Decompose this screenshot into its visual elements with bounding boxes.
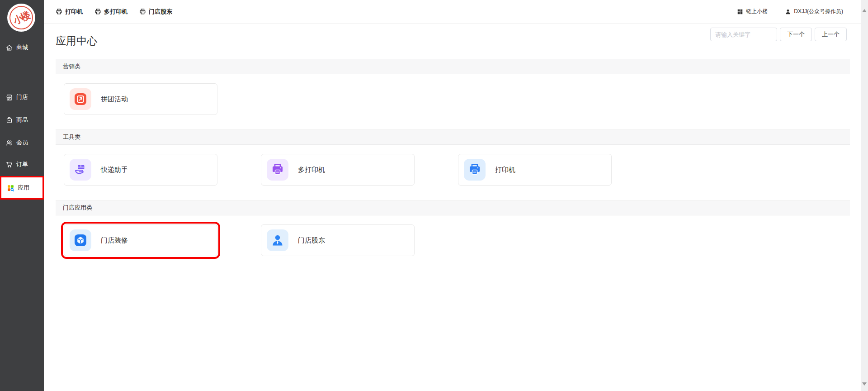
- app-card-store-shareholder[interactable]: 门店股东: [261, 224, 415, 256]
- tab-label: 打印机: [65, 8, 83, 16]
- topbar-account[interactable]: DXJJ(公众号操作员): [785, 8, 843, 15]
- cube-app-icon: [74, 234, 87, 247]
- sidebar-item-label: 订单: [16, 160, 28, 168]
- app-cards-row: 门店装修 门店股东: [56, 215, 850, 271]
- topbar-workspace[interactable]: 链上小楼: [737, 8, 768, 15]
- section-title: 营销类: [63, 62, 80, 71]
- home-icon: [5, 44, 13, 52]
- chip-label: DXJJ(公众号操作员): [794, 8, 843, 15]
- section-header: 工具类: [56, 129, 850, 145]
- section-title: 门店应用类: [63, 204, 92, 212]
- sidebar-item-mall[interactable]: 商城: [0, 38, 44, 57]
- app-card-label: 门店装修: [101, 236, 128, 245]
- app-cards-row: 快递助手 多打印机 打印机: [56, 145, 850, 200]
- app-card-label: 门店股东: [298, 236, 325, 245]
- printer-icon: [94, 8, 101, 15]
- printer-app-icon: [468, 163, 481, 176]
- topbar-tabs: 打印机 多打印机 门店股东: [44, 8, 172, 16]
- group-buy-launch-icon: [74, 92, 87, 106]
- members-icon: [5, 139, 13, 147]
- prev-button[interactable]: 上一个: [815, 28, 847, 41]
- printer-icon: [139, 8, 146, 15]
- app-section-store-apps: 门店应用类 门店装修 门店股东: [56, 200, 850, 271]
- sidebar-item-members[interactable]: 会员: [0, 134, 44, 152]
- tab-label: 多打印机: [104, 8, 127, 16]
- next-button[interactable]: 下一个: [780, 28, 812, 41]
- app-cards-row: 拼团活动: [56, 74, 850, 129]
- sidebar-item-label: 商品: [16, 116, 28, 124]
- scroll-up-arrow-icon[interactable]: [862, 9, 867, 12]
- tab-label: 门店股东: [149, 8, 172, 16]
- sidebar-item-label: 会员: [16, 138, 28, 147]
- main-content: 下一个 上一个 应用中心 营销类 拼团活动 工具类 快递助手 多打印机 打印机: [44, 24, 861, 391]
- apps-grid-icon: [7, 184, 14, 192]
- app-section-tools: 工具类 快递助手 多打印机 打印机: [56, 129, 850, 200]
- sidebar-item-goods[interactable]: 商品: [0, 111, 44, 129]
- user-icon: [785, 9, 791, 15]
- vertical-scrollbar[interactable]: [861, 0, 868, 391]
- topbar-account-area: 链上小楼 DXJJ(公众号操作员): [737, 8, 861, 15]
- app-sections: 营销类 拼团活动 工具类 快递助手 多打印机 打印机 门店应用类: [56, 59, 850, 271]
- app-section-marketing: 营销类 拼团活动: [56, 59, 850, 129]
- search-input[interactable]: [710, 28, 777, 41]
- shareholder-icon: [271, 234, 284, 247]
- app-card-label: 多打印机: [298, 166, 325, 174]
- app-logo[interactable]: 小楼: [7, 4, 35, 32]
- sidebar-item-apps[interactable]: 应用: [0, 176, 44, 200]
- tab-multi-printer[interactable]: 多打印机: [94, 8, 127, 16]
- section-title: 工具类: [63, 133, 80, 141]
- section-header: 营销类: [56, 59, 850, 74]
- search-toolbar: 下一个 上一个: [710, 28, 847, 41]
- app-card-label: 快递助手: [101, 166, 128, 174]
- app-card-label: 拼团活动: [101, 95, 128, 104]
- goods-bag-icon: [5, 116, 13, 124]
- sidebar-item-store[interactable]: 门店: [0, 88, 44, 106]
- multi-printer-app-icon: [271, 163, 284, 176]
- app-card-printer[interactable]: 打印机: [458, 154, 612, 186]
- tab-printer[interactable]: 打印机: [56, 8, 83, 16]
- topbar: 打印机 多打印机 门店股东 链上小楼 DXJJ(公众号操作员): [44, 0, 861, 24]
- courier-hand-icon: [74, 163, 87, 176]
- tab-store-shareholder[interactable]: 门店股东: [139, 8, 172, 16]
- storefront-icon: [5, 94, 13, 101]
- sidebar-item-label: 应用: [18, 184, 29, 192]
- app-card-courier-assistant[interactable]: 快递助手: [64, 154, 217, 186]
- printer-icon: [56, 8, 62, 15]
- chip-label: 链上小楼: [746, 8, 768, 15]
- cart-icon: [5, 161, 13, 168]
- app-card-multi-printer[interactable]: 多打印机: [261, 154, 415, 186]
- section-header: 门店应用类: [56, 200, 850, 215]
- app-card-group-buy[interactable]: 拼团活动: [64, 83, 217, 115]
- grid-icon: [737, 9, 743, 15]
- sidebar-item-label: 门店: [16, 93, 28, 101]
- sidebar-item-orders[interactable]: 订单: [0, 155, 44, 173]
- sidebar-item-label: 商城: [16, 43, 28, 52]
- app-card-store-decoration[interactable]: 门店装修: [64, 224, 217, 256]
- sidebar: 小楼 商城 门店 商品 会员 订单 应用: [0, 0, 44, 391]
- scroll-down-arrow-icon[interactable]: [862, 382, 867, 386]
- app-card-label: 打印机: [495, 166, 515, 174]
